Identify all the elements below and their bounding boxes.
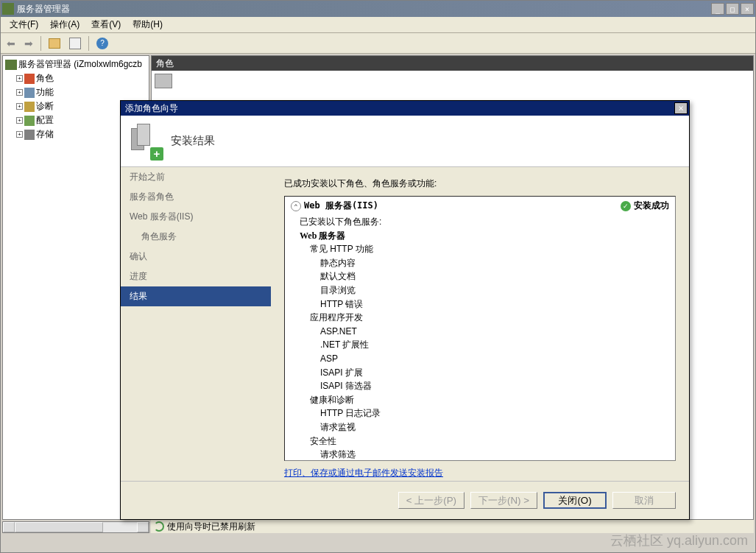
menu-file[interactable]: 文件(F) <box>4 17 44 32</box>
print-save-email-link[interactable]: 打印、保存或通过电子邮件发送安装报告 <box>284 467 676 479</box>
menubar: 文件(F) 操作(A) 查看(V) 帮助(H) <box>1 17 755 33</box>
close-button[interactable]: 关闭(O) <box>543 492 607 509</box>
wizard-nav: 开始之前服务器角色Web 服务器(IIS)角色服务确认进度结果 <box>121 167 271 481</box>
nav-step[interactable]: Web 服务器(IIS) <box>121 207 271 227</box>
arrow-right-icon: ➡ <box>24 38 33 49</box>
add-roles-wizard-dialog: 添加角色向导 × + 安装结果 开始之前服务器角色Web 服务器(IIS)角色服… <box>120 100 690 520</box>
maximize-button[interactable]: □ <box>726 3 739 15</box>
up-folder-button[interactable] <box>46 35 63 52</box>
dialog-title: 添加角色向导 <box>122 102 674 115</box>
plus-icon: + <box>150 147 163 161</box>
watermark: 云栖社区 yq.aliyun.com <box>610 532 748 549</box>
nav-step[interactable]: 开始之前 <box>121 167 271 187</box>
roles-summary <box>152 71 753 94</box>
nav-step[interactable]: 角色服务 <box>121 227 271 247</box>
scroll-thumb[interactable] <box>15 522 103 532</box>
result-item: 健康和诊断 <box>300 393 675 407</box>
scroll-left-button[interactable] <box>3 522 15 532</box>
result-item: ISAPI 扩展 <box>300 366 675 380</box>
expander-icon[interactable]: + <box>16 131 23 138</box>
tree-label: 配置 <box>36 114 54 127</box>
result-item: ISAPI 筛选器 <box>300 379 675 393</box>
result-list: 已安装以下角色服务: Web 服务器常见 HTTP 功能静态内容默认文档目录浏览… <box>285 214 675 461</box>
tree-item-features[interactable]: +功能 <box>4 85 147 99</box>
result-item: 安全性 <box>300 434 675 448</box>
dialog-close-button[interactable]: × <box>674 102 688 114</box>
result-item: 静态内容 <box>300 256 675 270</box>
result-header[interactable]: ^ Web 服务器(IIS) ✓ 安装成功 <box>285 198 675 214</box>
cancel-button: 取消 <box>612 492 676 509</box>
arrow-left-icon: ⬅ <box>7 38 15 49</box>
scroll-right-button[interactable] <box>137 522 149 532</box>
help-icon: ? <box>96 38 108 49</box>
minimize-button[interactable]: _ <box>711 3 724 15</box>
app-icon <box>2 3 14 15</box>
tree-horizontal-scrollbar[interactable] <box>2 521 149 533</box>
menu-view[interactable]: 查看(V) <box>85 17 127 32</box>
results-panel[interactable]: ^ Web 服务器(IIS) ✓ 安装成功 已安装以下角色服务: Web 服务器… <box>284 196 676 461</box>
refresh-icon <box>154 521 164 532</box>
server-large-icon <box>155 74 172 88</box>
menu-action[interactable]: 操作(A) <box>44 17 85 32</box>
status-text: 使用向导时已禁用刷新 <box>167 521 255 533</box>
dialog-body: 开始之前服务器角色Web 服务器(IIS)角色服务确认进度结果 已成功安装以下角… <box>121 167 689 481</box>
result-item: Web 服务器 <box>300 229 675 243</box>
page-title: 安装结果 <box>171 134 215 148</box>
toolbar: ⬅ ➡ ? <box>1 33 755 54</box>
window-title: 服务器管理器 <box>17 3 710 15</box>
properties-button[interactable] <box>66 35 84 52</box>
properties-icon <box>69 38 81 49</box>
result-item: 默认文档 <box>300 270 675 283</box>
collapse-icon[interactable]: ^ <box>291 201 301 211</box>
result-item: 请求筛选 <box>300 448 675 461</box>
success-check-icon: ✓ <box>621 201 631 211</box>
toolbar-separator <box>88 36 89 51</box>
nav-step[interactable]: 确认 <box>121 247 271 267</box>
toolbar-separator <box>40 36 41 51</box>
expander-icon[interactable]: + <box>16 103 23 110</box>
tree-label: 诊断 <box>36 100 54 113</box>
storage-icon <box>24 130 35 140</box>
nav-step: 结果 <box>121 286 271 306</box>
expander-icon[interactable]: + <box>16 75 23 82</box>
nav-forward-button[interactable]: ➡ <box>21 35 36 52</box>
dialog-header: + 安装结果 <box>121 116 689 167</box>
result-status: 安装成功 <box>634 200 669 212</box>
next-button: 下一步(N) > <box>470 492 537 509</box>
tree-item-roles[interactable]: +角色 <box>4 71 147 85</box>
scroll-track[interactable] <box>15 522 137 532</box>
nav-step[interactable]: 进度 <box>121 267 271 286</box>
result-item: ASP <box>300 352 675 366</box>
nav-step[interactable]: 服务器角色 <box>121 187 271 207</box>
server-icon <box>5 60 17 70</box>
result-item: 应用程序开发 <box>300 311 675 325</box>
diagnostics-icon <box>24 102 35 112</box>
dialog-titlebar[interactable]: 添加角色向导 × <box>121 101 689 116</box>
expander-icon[interactable]: + <box>16 89 23 96</box>
folder-icon <box>49 38 60 49</box>
menu-help[interactable]: 帮助(H) <box>127 17 169 32</box>
tree-root-label: 服务器管理器 (iZmolxwlm6gczb <box>18 58 142 71</box>
result-item: 常见 HTTP 功能 <box>300 242 675 256</box>
wizard-content: 已成功安装以下角色、角色服务或功能: ^ Web 服务器(IIS) ✓ 安装成功… <box>271 167 689 481</box>
expander-icon[interactable]: + <box>16 117 23 124</box>
success-intro: 已成功安装以下角色、角色服务或功能: <box>284 177 676 190</box>
result-item: 请求监视 <box>300 420 675 434</box>
result-item: .NET 扩展性 <box>300 338 675 352</box>
tree-label: 存储 <box>36 128 54 141</box>
roles-header: 角色 <box>152 56 753 71</box>
close-button[interactable]: × <box>741 3 754 15</box>
config-icon <box>24 116 35 126</box>
nav-back-button[interactable]: ⬅ <box>4 35 18 52</box>
result-item: HTTP 日志记录 <box>300 406 675 420</box>
tree-root[interactable]: 服务器管理器 (iZmolxwlm6gczb <box>4 57 147 71</box>
result-item: ASP.NET <box>300 325 675 339</box>
previous-button: < 上一步(P) <box>398 492 464 509</box>
wizard-icon: + <box>131 124 162 159</box>
result-item: HTTP 错误 <box>300 297 675 311</box>
result-item: 目录浏览 <box>300 283 675 297</box>
roles-icon <box>24 74 35 84</box>
help-button[interactable]: ? <box>93 35 111 52</box>
main-titlebar[interactable]: 服务器管理器 _ □ × <box>1 1 755 17</box>
features-icon <box>24 88 35 98</box>
